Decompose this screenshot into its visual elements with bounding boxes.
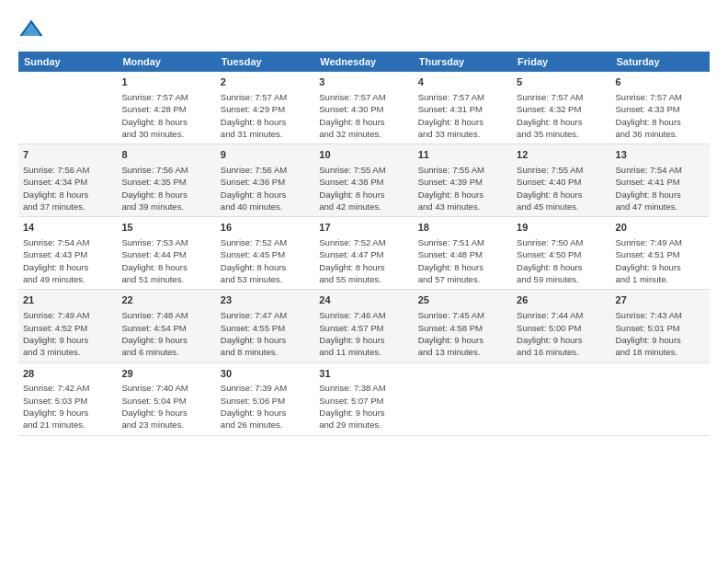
week-row-2: 7Sunrise: 7:56 AM Sunset: 4:34 PM Daylig…: [18, 144, 710, 217]
day-info: Sunrise: 7:44 AM Sunset: 5:00 PM Dayligh…: [517, 309, 606, 358]
day-info: Sunrise: 7:49 AM Sunset: 4:52 PM Dayligh…: [23, 309, 112, 358]
day-info: Sunrise: 7:40 AM Sunset: 5:04 PM Dayligh…: [121, 382, 210, 431]
day-number: 4: [418, 75, 507, 90]
col-header-monday: Monday: [117, 52, 215, 72]
week-row-5: 28Sunrise: 7:42 AM Sunset: 5:03 PM Dayli…: [18, 362, 710, 435]
calendar-cell: 23Sunrise: 7:47 AM Sunset: 4:55 PM Dayli…: [216, 290, 314, 362]
day-info: Sunrise: 7:57 AM Sunset: 4:31 PM Dayligh…: [418, 91, 507, 140]
calendar-cell: 27Sunrise: 7:43 AM Sunset: 5:01 PM Dayli…: [611, 290, 710, 362]
calendar-cell: 20Sunrise: 7:49 AM Sunset: 4:51 PM Dayli…: [611, 217, 710, 290]
day-info: Sunrise: 7:56 AM Sunset: 4:36 PM Dayligh…: [221, 164, 310, 213]
col-header-friday: Friday: [512, 52, 610, 72]
day-info: Sunrise: 7:56 AM Sunset: 4:34 PM Dayligh…: [23, 164, 112, 213]
calendar-cell: [18, 72, 117, 144]
day-info: Sunrise: 7:55 AM Sunset: 4:39 PM Dayligh…: [418, 164, 507, 213]
day-info: Sunrise: 7:47 AM Sunset: 4:55 PM Dayligh…: [221, 309, 310, 358]
day-number: 14: [23, 221, 112, 236]
calendar-cell: 12Sunrise: 7:55 AM Sunset: 4:40 PM Dayli…: [512, 144, 610, 217]
day-info: Sunrise: 7:45 AM Sunset: 4:58 PM Dayligh…: [418, 309, 507, 358]
day-info: Sunrise: 7:39 AM Sunset: 5:06 PM Dayligh…: [221, 382, 310, 431]
week-row-4: 21Sunrise: 7:49 AM Sunset: 4:52 PM Dayli…: [18, 290, 710, 362]
day-number: 27: [616, 293, 705, 308]
day-number: 6: [616, 75, 705, 90]
day-info: Sunrise: 7:55 AM Sunset: 4:40 PM Dayligh…: [517, 164, 606, 213]
day-number: 21: [23, 293, 112, 308]
day-info: Sunrise: 7:57 AM Sunset: 4:29 PM Dayligh…: [221, 91, 310, 140]
calendar-cell: 21Sunrise: 7:49 AM Sunset: 4:52 PM Dayli…: [18, 290, 117, 362]
day-number: 12: [517, 148, 606, 163]
day-info: Sunrise: 7:54 AM Sunset: 4:41 PM Dayligh…: [616, 164, 705, 213]
col-header-sunday: Sunday: [18, 52, 117, 72]
calendar-cell: 5Sunrise: 7:57 AM Sunset: 4:32 PM Daylig…: [512, 72, 610, 144]
day-number: 23: [221, 293, 310, 308]
calendar-cell: 6Sunrise: 7:57 AM Sunset: 4:33 PM Daylig…: [611, 72, 710, 144]
day-number: 3: [319, 75, 408, 90]
header-row: SundayMondayTuesdayWednesdayThursdayFrid…: [18, 52, 710, 72]
calendar-table: SundayMondayTuesdayWednesdayThursdayFrid…: [18, 52, 710, 436]
calendar-cell: 28Sunrise: 7:42 AM Sunset: 5:03 PM Dayli…: [18, 362, 117, 435]
day-info: Sunrise: 7:49 AM Sunset: 4:51 PM Dayligh…: [616, 236, 705, 285]
day-info: Sunrise: 7:57 AM Sunset: 4:30 PM Dayligh…: [319, 91, 408, 140]
calendar-cell: 11Sunrise: 7:55 AM Sunset: 4:39 PM Dayli…: [414, 144, 512, 217]
day-info: Sunrise: 7:57 AM Sunset: 4:32 PM Dayligh…: [517, 91, 606, 140]
day-number: 22: [121, 293, 210, 308]
calendar-cell: 22Sunrise: 7:48 AM Sunset: 4:54 PM Dayli…: [117, 290, 215, 362]
day-number: 16: [221, 221, 310, 236]
calendar-cell: 13Sunrise: 7:54 AM Sunset: 4:41 PM Dayli…: [611, 144, 710, 217]
calendar-cell: 3Sunrise: 7:57 AM Sunset: 4:30 PM Daylig…: [314, 72, 413, 144]
day-number: 19: [517, 221, 606, 236]
day-number: 18: [418, 221, 507, 236]
calendar-cell: 18Sunrise: 7:51 AM Sunset: 4:48 PM Dayli…: [414, 217, 512, 290]
calendar-cell: 15Sunrise: 7:53 AM Sunset: 4:44 PM Dayli…: [117, 217, 215, 290]
day-info: Sunrise: 7:56 AM Sunset: 4:35 PM Dayligh…: [121, 164, 210, 213]
day-info: Sunrise: 7:53 AM Sunset: 4:44 PM Dayligh…: [121, 236, 210, 285]
day-number: 28: [23, 367, 112, 382]
day-info: Sunrise: 7:43 AM Sunset: 5:01 PM Dayligh…: [616, 309, 705, 358]
calendar-cell: 7Sunrise: 7:56 AM Sunset: 4:34 PM Daylig…: [18, 144, 117, 217]
calendar-cell: 10Sunrise: 7:55 AM Sunset: 4:38 PM Dayli…: [314, 144, 413, 217]
calendar-cell: 4Sunrise: 7:57 AM Sunset: 4:31 PM Daylig…: [414, 72, 512, 144]
col-header-thursday: Thursday: [414, 52, 512, 72]
week-row-1: 1Sunrise: 7:57 AM Sunset: 4:28 PM Daylig…: [18, 72, 710, 144]
calendar-cell: [512, 362, 610, 435]
logo: [18, 17, 48, 42]
day-number: 31: [319, 367, 408, 382]
day-info: Sunrise: 7:51 AM Sunset: 4:48 PM Dayligh…: [418, 236, 507, 285]
day-number: 17: [319, 221, 408, 236]
day-number: 8: [121, 148, 210, 163]
calendar-cell: 17Sunrise: 7:52 AM Sunset: 4:47 PM Dayli…: [314, 217, 413, 290]
calendar-cell: 16Sunrise: 7:52 AM Sunset: 4:45 PM Dayli…: [216, 217, 314, 290]
week-row-3: 14Sunrise: 7:54 AM Sunset: 4:43 PM Dayli…: [18, 217, 710, 290]
day-info: Sunrise: 7:52 AM Sunset: 4:47 PM Dayligh…: [319, 236, 408, 285]
day-number: 5: [517, 75, 606, 90]
page: SundayMondayTuesdayWednesdayThursdayFrid…: [0, 0, 728, 563]
day-number: 2: [221, 75, 310, 90]
day-info: Sunrise: 7:57 AM Sunset: 4:28 PM Dayligh…: [121, 91, 210, 140]
day-number: 29: [121, 367, 210, 382]
day-number: 11: [418, 148, 507, 163]
day-info: Sunrise: 7:38 AM Sunset: 5:07 PM Dayligh…: [319, 382, 408, 431]
day-number: 20: [616, 221, 705, 236]
day-info: Sunrise: 7:54 AM Sunset: 4:43 PM Dayligh…: [23, 236, 112, 285]
day-info: Sunrise: 7:50 AM Sunset: 4:50 PM Dayligh…: [517, 236, 606, 285]
day-info: Sunrise: 7:57 AM Sunset: 4:33 PM Dayligh…: [616, 91, 705, 140]
day-number: 24: [319, 293, 408, 308]
calendar-cell: 24Sunrise: 7:46 AM Sunset: 4:57 PM Dayli…: [314, 290, 413, 362]
day-number: 1: [121, 75, 210, 90]
day-number: 15: [121, 221, 210, 236]
calendar-cell: 9Sunrise: 7:56 AM Sunset: 4:36 PM Daylig…: [216, 144, 314, 217]
calendar-cell: 14Sunrise: 7:54 AM Sunset: 4:43 PM Dayli…: [18, 217, 117, 290]
calendar-cell: 29Sunrise: 7:40 AM Sunset: 5:04 PM Dayli…: [117, 362, 215, 435]
day-info: Sunrise: 7:48 AM Sunset: 4:54 PM Dayligh…: [121, 309, 210, 358]
calendar-cell: 26Sunrise: 7:44 AM Sunset: 5:00 PM Dayli…: [512, 290, 610, 362]
col-header-wednesday: Wednesday: [314, 52, 413, 72]
calendar-cell: [611, 362, 710, 435]
day-number: 13: [616, 148, 705, 163]
calendar-cell: 8Sunrise: 7:56 AM Sunset: 4:35 PM Daylig…: [117, 144, 215, 217]
day-number: 25: [418, 293, 507, 308]
calendar-cell: 2Sunrise: 7:57 AM Sunset: 4:29 PM Daylig…: [216, 72, 314, 144]
calendar-cell: 30Sunrise: 7:39 AM Sunset: 5:06 PM Dayli…: [216, 362, 314, 435]
col-header-tuesday: Tuesday: [216, 52, 314, 72]
logo-icon: [18, 17, 44, 42]
calendar-cell: 31Sunrise: 7:38 AM Sunset: 5:07 PM Dayli…: [314, 362, 413, 435]
